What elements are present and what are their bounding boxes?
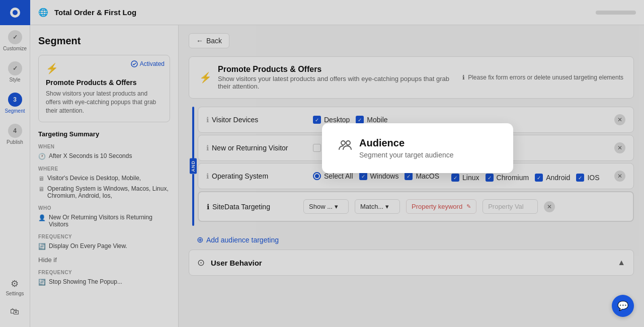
audience-modal-content: Audience Segment your target audience — [359, 137, 454, 159]
chat-button[interactable]: 💬 — [612, 295, 634, 317]
modal-overlay: Audience Segment your target audience — [0, 0, 644, 327]
svg-point-3 — [341, 141, 345, 145]
audience-modal-icon — [338, 138, 352, 155]
audience-modal: Audience Segment your target audience — [322, 123, 513, 173]
chat-icon: 💬 — [617, 300, 628, 311]
audience-modal-title: Audience — [359, 137, 454, 149]
audience-modal-desc: Segment your target audience — [359, 151, 454, 159]
svg-point-4 — [346, 141, 350, 145]
